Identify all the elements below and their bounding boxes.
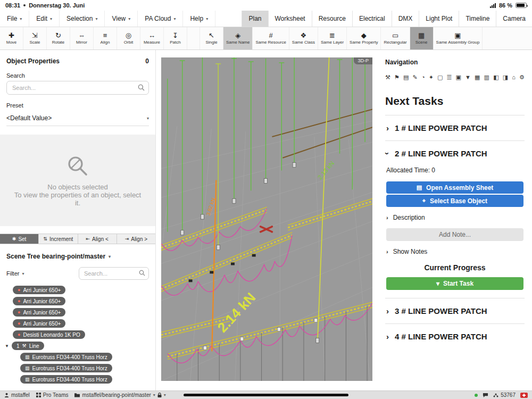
menu-pa-cloud[interactable]: PA Cloud▾ [138, 11, 183, 27]
tree-item-fixture[interactable]: ●Desisti Leonardo 1K PO [13, 330, 85, 339]
tree-item-truss[interactable]: ▥Eurotruss FD34-400 Truss Horz [20, 364, 112, 372]
grid-icon [36, 393, 41, 397]
orbit-tool-button[interactable]: ◎Orbit [117, 27, 140, 49]
preset-select[interactable]: <Default Value> ▾ [6, 111, 149, 126]
tab-worksheet[interactable]: Worksheet [268, 11, 312, 27]
tab-align-left[interactable]: ⇤Align < [78, 234, 117, 244]
tree-item-truss[interactable]: ▥Eurotruss FD34-400 Truss Horz [20, 353, 112, 361]
tree-item-fixture[interactable]: ●Arri Junior 650+ [13, 319, 65, 328]
tab-timeline[interactable]: Timeline [459, 11, 496, 27]
load-label-large: 2.14 kN [214, 290, 258, 335]
single-select-button[interactable]: ↖Single [200, 27, 223, 49]
mirror-tool-button[interactable]: ⇔Mirror [70, 27, 94, 49]
chevron-down-icon: ▾ [50, 16, 52, 21]
same-layer-button[interactable]: ≣Same Layer [318, 27, 347, 49]
seg-label: Set [18, 236, 26, 242]
add-note-button[interactable]: Add Note... [386, 228, 523, 241]
tab-light-plot[interactable]: Light Plot [419, 11, 459, 27]
start-task-button[interactable]: ▾ Start Task [386, 277, 523, 290]
tab-plan[interactable]: Plan [242, 11, 268, 27]
tab-electrical[interactable]: Electrical [352, 11, 392, 27]
view-mode-badge[interactable]: 3D-P [354, 57, 372, 64]
drop-icon[interactable]: ▼ [465, 74, 471, 81]
viewport-3d[interactable]: 2.14 kN 3.82 kN 2.13 kN 3D-P [161, 57, 372, 381]
tree-item-fixture[interactable]: ●Arri Junior 650+ [13, 308, 65, 317]
align-tool-button[interactable]: ≡Align [94, 27, 117, 49]
seg-label: Align < [92, 236, 109, 242]
language-flag-icon[interactable] [520, 393, 528, 398]
description-toggle[interactable]: › Description [386, 214, 523, 221]
network-counter[interactable]: 53767 [493, 392, 516, 398]
repo-branch-menu[interactable]: mstaffel/bearing-point/master ▾ ▾ [74, 392, 165, 398]
rectangular-select-button[interactable]: ▭Rectangular [381, 27, 410, 49]
structure-icon[interactable]: ⚒ [385, 74, 390, 81]
tab-increment[interactable]: ⇅Increment [39, 234, 78, 244]
grid-icon[interactable]: ▦ [475, 74, 480, 81]
gear-icon[interactable]: ⚙ [519, 74, 525, 81]
layers-icon[interactable]: ▤ [403, 74, 409, 81]
scale-tool-button[interactable]: ⇲Scale [23, 27, 47, 49]
rectangle-icon: ▭ [392, 32, 398, 39]
mode-label: Same Assembly Group [436, 40, 480, 45]
expand-caret-icon[interactable]: ▼ [5, 344, 12, 348]
same-class-button[interactable]: ❖Same Class [289, 27, 318, 49]
same-name-button[interactable]: ◈Same Name [223, 27, 253, 49]
scene-tree-header[interactable]: Scene Tree bearing-point/master ▾ [6, 253, 149, 260]
same-assembly-group-button[interactable]: ▣Same Assembly Group [434, 27, 483, 49]
user-menu[interactable]: mstaffel [4, 392, 30, 398]
tree-item-label: Eurotruss FD34-400 Truss Horz [32, 377, 107, 383]
tab-align-right[interactable]: ⇥Align > [117, 234, 155, 244]
menu-edit[interactable]: Edit▾ [29, 11, 60, 27]
tree-group-line[interactable]: 1 ⚒ Line [12, 342, 44, 350]
online-status-icon [475, 394, 478, 397]
align-right-icon: ⇥ [125, 236, 129, 242]
clock-icon[interactable]: ◔ [421, 74, 425, 81]
task-header[interactable]: › 2 # LINE POWER PATCH [386, 149, 523, 158]
move-tool-button[interactable]: ✚Move [0, 27, 23, 49]
same-property-button[interactable]: ◆Same Property [347, 27, 381, 49]
measure-tool-button[interactable]: ↔Measure [140, 27, 164, 49]
tool-label: Rotate [52, 40, 65, 45]
properties-search-input[interactable] [6, 81, 149, 95]
same-resource-button[interactable]: #Same Resource [253, 27, 289, 49]
patch-tool-button[interactable]: ↧Patch [164, 27, 187, 49]
document-icon[interactable]: ▢ [437, 74, 443, 81]
task-item-3[interactable]: › 3 # LINE POWER PATCH [385, 298, 525, 323]
save-icon[interactable]: ▣ [456, 74, 461, 81]
open-assembly-sheet-button[interactable]: ▤ Open Assembly Sheet [386, 181, 523, 194]
show-notes-toggle[interactable]: › Show Notes [386, 248, 523, 255]
select-base-object-button[interactable]: ⌖ Select Base Object [386, 195, 523, 207]
menu-view[interactable]: View▾ [105, 11, 138, 27]
chart-icon[interactable]: ◧ [493, 74, 498, 81]
chat-icon[interactable] [483, 393, 488, 398]
team-menu[interactable]: Pro Teams [36, 392, 69, 398]
empty-state-title: No objects selected [12, 183, 144, 191]
menu-selection[interactable]: Selection▾ [60, 11, 105, 27]
mode-label: Same Layer [321, 40, 344, 45]
home-indicator[interactable] [184, 394, 348, 396]
truck-icon[interactable]: ◨ [503, 74, 508, 81]
tab-set[interactable]: ✱Set [0, 234, 39, 244]
table-icon[interactable]: ▥ [484, 74, 489, 81]
tree-item-label: Arri Junior 650+ [23, 287, 61, 293]
tab-camera[interactable]: Camera [496, 11, 532, 27]
task-item-1[interactable]: › 1 # LINE POWER PATCH [385, 115, 525, 140]
task-item-4[interactable]: › 4 # LINE POWER PATCH [385, 323, 525, 349]
scene-mode-button[interactable]: ▦Scene [410, 27, 434, 49]
align-left-icon: ⇤ [86, 236, 90, 242]
filter-dropdown[interactable]: Filter ▾ [6, 270, 24, 277]
tab-dmx[interactable]: DMX [392, 11, 419, 27]
user-icon[interactable]: ✦ [429, 74, 434, 81]
home-icon[interactable]: ⌂ [512, 74, 516, 81]
menu-file[interactable]: File▾ [0, 11, 29, 27]
tab-resource[interactable]: Resource [312, 11, 352, 27]
flag-icon[interactable]: ⚑ [394, 74, 400, 81]
status-bar: 08:31 Donnerstag 30. Juni 86 % [0, 0, 532, 11]
tree-item-fixture[interactable]: ●Arri Junior 650+ [13, 297, 65, 305]
edit-icon[interactable]: ✎ [413, 74, 418, 81]
tree-item-fixture[interactable]: ●Arri Junior 650+ [13, 286, 65, 294]
tree-item-truss[interactable]: ▥Eurotruss FD34-400 Truss Horz [20, 375, 112, 384]
rotate-tool-button[interactable]: ↻Rotate [47, 27, 70, 49]
list-icon[interactable]: ☰ [447, 74, 452, 81]
menu-help[interactable]: Help▾ [183, 11, 215, 27]
